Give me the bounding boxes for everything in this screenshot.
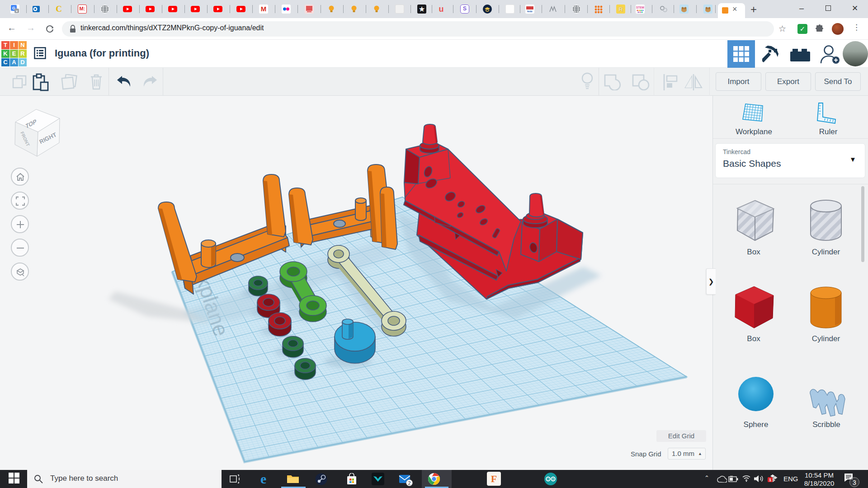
svg-text:kidz: kidz [527, 10, 533, 13]
svg-text:x: x [16, 9, 18, 13]
svg-text:1: 1 [769, 478, 771, 482]
svg-text:R: R [618, 6, 623, 13]
svg-text:STEM: STEM [636, 6, 644, 9]
